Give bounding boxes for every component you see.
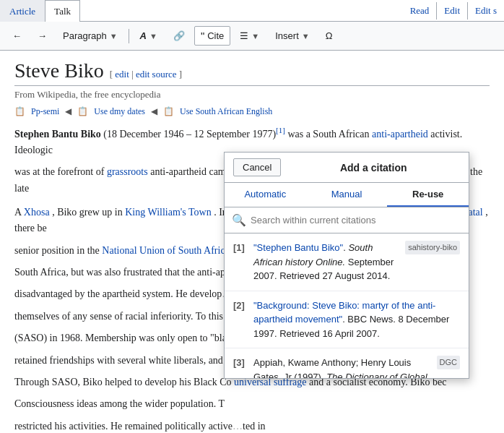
toolbar-divider-1 <box>129 29 129 43</box>
citation-link-1[interactable]: "Stephen Bantu Biko" <box>253 242 343 253</box>
citation-text-3: Appiah, Kwame Anthony; Henry Louis Gates… <box>253 356 431 378</box>
text-style-button[interactable]: A ▼ <box>134 27 164 45</box>
special-chars-button[interactable]: Ω <box>319 27 339 45</box>
insert-button[interactable]: Insert ▼ <box>269 27 316 45</box>
citation-num-1: [1] <box>233 241 248 283</box>
cite-quote-icon: " <box>201 30 204 42</box>
top-nav: Article Talk Read Edit Edit s <box>0 0 504 22</box>
top-actions: Read Edit Edit s <box>403 0 504 21</box>
edit-button[interactable]: Edit <box>436 2 467 20</box>
citation-num-2: [2] <box>233 299 248 341</box>
edit-source-button[interactable]: Edit s <box>467 2 504 20</box>
read-button[interactable]: Read <box>403 2 437 20</box>
insert-dropdown-icon: ▼ <box>302 32 310 40</box>
citation-tag-1: sahistory-biko <box>405 241 460 254</box>
citation-item-1[interactable]: [1] "Stephen Bantu Biko". South African … <box>225 233 469 291</box>
paragraph-label: Paragraph <box>63 30 107 41</box>
popup-title: Add a citation <box>287 162 460 173</box>
cite-tab-manual[interactable]: Manual <box>306 183 388 207</box>
paragraph-dropdown-icon: ▼ <box>110 32 118 40</box>
cite-label: Cite <box>207 30 224 41</box>
text-style-dropdown-icon: ▼ <box>149 32 157 40</box>
list-icon: ☰ <box>240 30 248 41</box>
link-button[interactable]: 🔗 <box>167 27 191 45</box>
cite-popup-overlay: Cancel Add a citation Automatic Manual R… <box>0 51 504 433</box>
cancel-button[interactable]: Cancel <box>233 158 281 176</box>
back-button[interactable]: ← <box>6 27 28 45</box>
forward-icon: → <box>38 30 47 41</box>
list-dropdown-icon: ▼ <box>251 32 259 40</box>
citation-link-2[interactable]: "Background: Steve Biko: martyr of the a… <box>253 300 435 325</box>
citation-num-3: [3] <box>233 356 248 378</box>
content-area: Steve Biko [ edit | edit source ] From W… <box>0 51 504 433</box>
insert-label: Insert <box>275 30 299 41</box>
search-box-row: 🔍 <box>225 207 469 233</box>
forward-button[interactable]: → <box>31 27 53 45</box>
citation-text-2: "Background: Steve Biko: martyr of the a… <box>253 299 460 341</box>
tab-article[interactable]: Article <box>0 0 45 22</box>
citation-item-2[interactable]: [2] "Background: Steve Biko: martyr of t… <box>225 291 469 349</box>
search-input[interactable] <box>251 215 461 226</box>
citations-list: [1] "Stephen Bantu Biko". South African … <box>225 233 469 378</box>
citation-item-3[interactable]: [3] Appiah, Kwame Anthony; Henry Louis G… <box>225 348 469 378</box>
link-icon: 🔗 <box>173 30 185 41</box>
paragraph-dropdown[interactable]: Paragraph ▼ <box>56 27 124 45</box>
cite-popup-header: Cancel Add a citation <box>225 153 469 183</box>
cite-tab-reuse[interactable]: Re-use <box>387 183 469 207</box>
editor-toolbar: ← → Paragraph ▼ A ▼ 🔗 " Cite ☰ ▼ Insert … <box>0 22 504 51</box>
citation-text-1: "Stephen Bantu Biko". South African hist… <box>253 241 399 283</box>
citation-tag-3: DGC <box>437 356 460 369</box>
back-icon: ← <box>12 30 22 41</box>
text-style-icon: A <box>140 30 147 41</box>
cite-popup: Cancel Add a citation Automatic Manual R… <box>224 152 469 379</box>
cite-button[interactable]: " Cite <box>194 26 230 46</box>
search-icon: 🔍 <box>232 213 246 227</box>
cite-tabs: Automatic Manual Re-use <box>225 183 469 207</box>
list-button[interactable]: ☰ ▼ <box>233 27 266 45</box>
tab-talk[interactable]: Talk <box>45 0 80 22</box>
special-chars-icon: Ω <box>326 30 333 41</box>
cite-tab-automatic[interactable]: Automatic <box>225 183 306 207</box>
